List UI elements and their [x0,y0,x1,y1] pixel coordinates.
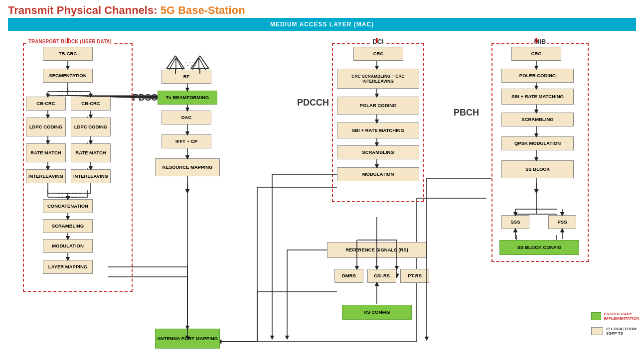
ldpc-coding-1-block: LDPC CODING [26,118,66,136]
dac-block: DAC [161,111,211,124]
legend-tan-box [591,327,603,335]
ifft-cp-block: IFFT + CP [161,134,211,148]
antenna-port-mapping-block: ANTENNA PORT MAPPING [155,329,220,349]
ss-block-config-block: SS BLOCK CONFIG [499,240,579,255]
tb-crc-block: TB-CRC [43,47,93,61]
rate-match-1-block: RATE MATCH [26,143,66,162]
legend-green-box [591,312,601,320]
legend-green-label: PROPREITARY IMPLEMENTATION [604,312,644,321]
tx-beamforming-block: Tx BEAMFORMING [158,91,217,105]
page-title: Transmit Physical Channels: 5G Base-Stat… [0,0,644,18]
sbi-rate-match-pdcch-block: SBI + RATE MATCHING [337,122,419,138]
transport-block-label: TRANSPORT BLOCK (USER DATA) [27,39,113,44]
crc-dci-block: CRC [353,47,403,61]
layer-mapping-block: LAYER MAPPING [43,260,93,274]
csi-rs-block: CSI-RS [367,269,396,283]
poler-coding-block: POLER CODING [501,69,574,83]
segmentation-block: SEGMENTATION [43,69,93,83]
ref-signals-block: REFERENCE SIGNALS (RS) [327,242,427,258]
polar-coding-block: POLAR CODING [337,97,419,115]
legend-tan: IP LOGIC FORM 3GPP TS [591,327,644,336]
mac-bar: MEDIUM ACCESS LAYER (MAC) [8,18,636,31]
qpsk-modulation-block: QPSK MODULATION [501,136,574,150]
cb-crc-2-block: CB-CRC [71,97,111,111]
dci-label: DCI [371,38,385,45]
svg-line-131 [166,56,175,69]
legend-green: PROPREITARY IMPLEMENTATION [591,312,644,321]
cb-crc-1-block: CB-CRC [26,97,66,111]
scrambling-pdsch-block: SCRAMBLING [43,219,93,233]
legend-tan-label: IP LOGIC FORM 3GPP TS [606,327,644,336]
sbi-rate-match-pbch-block: SBI + RATE MATCHING [501,89,574,105]
pss-block: PSS [548,215,576,229]
dmrs-block: DMRS [334,269,363,283]
pbch-label: PBCH [454,108,479,118]
rf-block: RF [161,70,211,84]
mib-label: MIB [533,38,548,45]
ss-block-block: SS BLOCK [501,160,574,178]
interleaving-1-block: INTERLEAVING [26,169,66,183]
svg-line-136 [200,56,209,69]
sss-block: SSS [501,215,529,229]
pt-rs-block: PT-RS [400,269,429,283]
modulation-pdcch-block: MODULATION [337,167,419,181]
ldpc-coding-2-block: LDPC CODING [71,118,111,136]
concatenation-block: CONCATENATION [43,199,93,213]
crc-mib-block: CRC [511,47,561,61]
scrambling-pbch-block: SCRAMBLING [501,113,574,126]
crc-scr-int-block: CRC SCRAMBLING + CRC INTERLEAVING [337,69,419,89]
rs-config-block: RS CONFIG [342,305,412,320]
legend: PROPREITARY IMPLEMENTATION IP LOGIC FORM… [591,312,644,336]
interleaving-2-block: INTERLEAVING [71,169,111,183]
modulation-pdsch-block: MODULATION [43,239,93,253]
svg-marker-46 [185,189,189,193]
pdcch-label: PDCCH [297,98,329,108]
scrambling-pdcch-block: SCRAMBLING [337,145,419,159]
svg-line-132 [175,56,184,69]
resource-mapping-block: RESOURCE MAPPING [155,158,220,176]
antenna-dots: · · · [186,61,196,69]
rate-match-2-block: RATE MATCH [71,143,111,162]
